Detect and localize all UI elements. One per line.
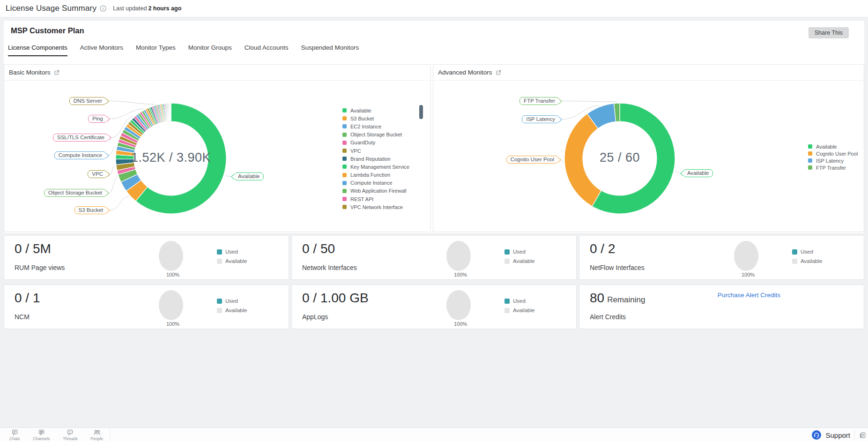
plan-panel: MSP Customer Plan Share This License Com…: [4, 21, 864, 233]
legend-item[interactable]: Web Application Firewall: [342, 187, 409, 195]
card-applogs: 0 / 1.00 GB AppLogs 100% Used Available: [291, 285, 577, 329]
card-label: RUM Page views: [15, 264, 65, 271]
legend-item[interactable]: S3 Bucket: [342, 114, 409, 122]
legend-item[interactable]: Cognito User Pool: [808, 150, 858, 157]
legend-item[interactable]: GuardDuty: [342, 139, 409, 147]
callout-leader-line: [225, 176, 231, 176]
tab-cloud-accounts[interactable]: Cloud Accounts: [245, 44, 289, 56]
chart-callout: Available: [683, 169, 713, 177]
tab-bar: License Components Active Monitors Monit…: [8, 44, 359, 56]
legend-item[interactable]: Lambda Function: [342, 171, 409, 179]
share-this-button[interactable]: Share This: [809, 27, 849, 38]
used-swatch: [217, 249, 222, 255]
footer-item-people[interactable]: People: [90, 429, 103, 441]
usage-percent: 100%: [734, 272, 762, 277]
legend-item[interactable]: Available: [808, 143, 858, 150]
legend-item[interactable]: VPC Network Interface: [342, 203, 409, 211]
advanced-monitors-panel: Advanced Monitors 25 / 60FTP TransferISP…: [433, 64, 864, 232]
legend-scrollbar-thumb[interactable]: [419, 105, 423, 119]
legend-swatch: [342, 108, 347, 112]
card-value: 80Remaining: [590, 291, 645, 306]
support-label[interactable]: Support: [825, 431, 850, 439]
basic-monitors-panel: Basic Monitors 1.52K / 3.90KDNS ServerPi…: [4, 64, 431, 232]
threads-icon: [67, 429, 74, 436]
basic-monitors-title-bar: Basic Monitors: [4, 65, 430, 81]
legend-label: Web Application Firewall: [350, 188, 407, 194]
chart-callout: DNS Server: [69, 97, 106, 105]
footer-item-channels[interactable]: Channels: [33, 429, 50, 441]
donut-center-value: 25 / 60: [564, 150, 676, 165]
feedback-clipboard-icon[interactable]: [859, 432, 866, 439]
legend-swatch: [808, 165, 812, 170]
legend-label: GuardDuty: [350, 140, 375, 145]
legend-item[interactable]: Object Storage Bucket: [342, 131, 409, 139]
legend-label: Compute Instance: [350, 180, 392, 186]
legend-swatch: [342, 133, 347, 137]
charts-row: Basic Monitors 1.52K / 3.90KDNS ServerPi…: [4, 64, 864, 232]
tab-monitor-types[interactable]: Monitor Types: [136, 44, 176, 56]
chart-legend: AvailableS3 BucketEC2 InstanceObject Sto…: [342, 106, 409, 211]
usage-donut: [159, 241, 183, 271]
chats-icon: [11, 429, 18, 436]
tab-suspended-monitors[interactable]: Suspended Monitors: [301, 44, 359, 56]
advanced-monitors-title-bar: Advanced Monitors: [433, 65, 864, 81]
external-link-icon[interactable]: [54, 70, 59, 75]
legend-swatch: [342, 157, 347, 161]
support-icon[interactable]: [812, 430, 821, 440]
legend-item[interactable]: EC2 Instance: [342, 122, 409, 130]
usage-donut: [446, 290, 471, 320]
legend-item[interactable]: FTP Transfer: [808, 164, 858, 171]
usage-donut: [446, 241, 471, 271]
card-legend: Used Available: [217, 249, 247, 268]
legend-item[interactable]: Compute Instance: [342, 179, 409, 187]
basic-monitors-title: Basic Monitors: [9, 69, 51, 76]
callout-leader-line: [110, 196, 129, 210]
donut-center-value: 1.52K / 3.90K: [115, 150, 227, 165]
tab-license-components[interactable]: License Components: [8, 44, 67, 56]
chart-legend: AvailableCognito User PoolISP LatencyFTP…: [808, 143, 858, 171]
card-netflow-interfaces: 0 / 2 NetFlow Interfaces 100% Used Avail…: [579, 235, 864, 280]
chart-callout: Available: [234, 172, 264, 180]
card-ncm: 0 / 1 NCM 100% Used Available: [4, 285, 289, 329]
chart-callout: FTP Transfer: [519, 97, 559, 105]
footer-item-chats[interactable]: Chats: [9, 429, 20, 441]
card-value: 0 / 5M: [15, 241, 51, 256]
legend-item[interactable]: ISP Latency: [808, 157, 858, 164]
legend-item[interactable]: REST API: [342, 195, 409, 203]
legend-label: VPC: [350, 148, 361, 154]
card-value: 0 / 1.00 GB: [302, 291, 369, 306]
last-updated-value: 2 hours ago: [148, 5, 181, 12]
info-icon[interactable]: [100, 5, 106, 12]
card-legend: Used Available: [504, 249, 534, 268]
legend-label: REST API: [350, 196, 373, 202]
legend-label: ISP Latency: [816, 158, 844, 164]
legend-label: S3 Bucket: [350, 116, 374, 121]
chart-callout: S3 Bucket: [74, 206, 107, 214]
people-icon: [93, 429, 101, 436]
usage-cards: 0 / 5M RUM Page views 100% Used Availabl…: [4, 235, 864, 329]
legend-swatch: [342, 149, 347, 153]
legend-swatch: [342, 181, 347, 185]
external-link-icon[interactable]: [496, 70, 501, 75]
callout-leader-line: [562, 101, 617, 102]
legend-label: Cognito User Pool: [816, 151, 858, 157]
chart-callout: Cognito User Pool: [506, 156, 558, 164]
legend-label: Available: [350, 108, 371, 113]
legend-label: Available: [816, 144, 837, 150]
card-label: AppLogs: [302, 313, 328, 321]
legend-item[interactable]: Available: [342, 106, 409, 114]
legend-swatch: [342, 165, 347, 169]
legend-item[interactable]: VPC: [342, 147, 409, 155]
footer-support: Support: [812, 428, 866, 442]
footer-item-threads[interactable]: Threads: [63, 429, 77, 441]
legend-item[interactable]: Brand Reputation: [342, 155, 409, 163]
donut-slice[interactable]: [171, 103, 171, 121]
card-label: NetFlow Interfaces: [590, 264, 645, 271]
tab-monitor-groups[interactable]: Monitor Groups: [188, 44, 232, 56]
purchase-alert-credits-link[interactable]: Purchase Alert Credits: [718, 292, 780, 299]
legend-item[interactable]: Key Management Service: [342, 163, 409, 171]
legend-swatch: [342, 116, 347, 120]
tab-active-monitors[interactable]: Active Monitors: [80, 44, 123, 56]
legend-swatch: [808, 151, 812, 156]
legend-label: VPC Network Interface: [350, 204, 403, 210]
